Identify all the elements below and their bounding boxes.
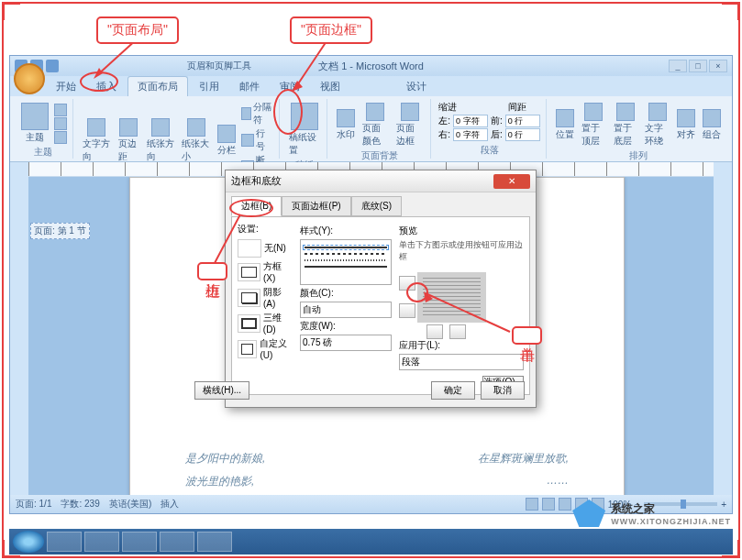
setting-none[interactable]: 无(N): [238, 239, 293, 258]
ribbon-tabs: 开始 插入 页面布局 引用 邮件 审阅 视图 设计: [10, 76, 732, 96]
setting-shadow[interactable]: 阴影(A): [238, 286, 293, 309]
cancel-button[interactable]: 取消: [481, 381, 525, 400]
page-borders-button[interactable]: 页面边框: [394, 101, 425, 149]
watermark-url: WWW.XITONGZHIJIA.NET: [611, 517, 731, 526]
view-web-icon[interactable]: [559, 498, 571, 511]
tab-page-layout[interactable]: 页面布局: [127, 76, 188, 96]
watermark-button[interactable]: 水印: [335, 107, 357, 143]
breaks-button[interactable]: 分隔符: [241, 101, 273, 126]
dialog-title-bar[interactable]: 边框和底纹 ✕: [226, 170, 536, 192]
hline-button[interactable]: 横线(H)...: [194, 381, 249, 400]
bring-front-button[interactable]: 置于顶层: [580, 101, 608, 149]
orientation-button[interactable]: 纸张方向: [145, 116, 177, 165]
apply-label: 应用于(L):: [399, 339, 524, 352]
view-full-icon[interactable]: [542, 498, 555, 511]
dialog-tab-page-border[interactable]: 页面边框(P): [282, 196, 350, 216]
group-gaozhi: 稿纸设置 稿纸: [282, 99, 327, 159]
width-select[interactable]: 0.75 磅: [300, 335, 392, 351]
columns-button[interactable]: 分栏: [216, 123, 238, 159]
group-paragraph: 缩进 间距 左:0 字符 前:0 行 右:0 字符 后:0 行 段落: [433, 99, 547, 159]
group-themes: 主题 主题: [14, 99, 73, 159]
setting-box[interactable]: 方框(X): [238, 260, 293, 283]
group-page-background: 水印 页面颜色 页面边框 页面背景: [329, 99, 432, 159]
send-back-button[interactable]: 置于底层: [612, 101, 640, 149]
close-button[interactable]: ×: [709, 60, 727, 72]
ok-button[interactable]: 确定: [431, 381, 475, 400]
theme-colors-icon[interactable]: [54, 104, 67, 116]
taskbar-item[interactable]: [197, 532, 232, 552]
setting-custom[interactable]: 自定义(U): [238, 337, 293, 360]
status-page[interactable]: 页面: 1/1: [16, 498, 51, 511]
gaozhi-button[interactable]: 稿纸设置: [287, 101, 320, 159]
text-wrap-button[interactable]: 文字环绕: [643, 101, 671, 149]
maximize-button[interactable]: □: [689, 60, 707, 72]
dialog-tab-shading[interactable]: 底纹(S): [351, 196, 402, 216]
text-direction-button[interactable]: 文字方向: [81, 116, 113, 165]
borders-dialog: 边框和底纹 ✕ 边框(B) 页面边框(P) 底纹(S) 设置: 无(N) 方框(…: [225, 170, 537, 408]
tab-design[interactable]: 设计: [397, 77, 436, 96]
theme-fonts-icon[interactable]: [54, 117, 67, 130]
minimize-button[interactable]: _: [669, 60, 687, 72]
tab-insert[interactable]: 插入: [87, 77, 126, 96]
preview-top-btn[interactable]: [399, 276, 415, 291]
status-mode[interactable]: 插入: [161, 498, 179, 511]
tab-references[interactable]: 引用: [190, 77, 228, 96]
section-info: 页面: 第 1 节: [30, 223, 90, 239]
taskbar-item[interactable]: [47, 532, 82, 552]
dialog-title: 边框和底纹: [231, 174, 282, 188]
ribbon: 主题 主题 文字方向 页边距 纸张方向 纸张大小 分栏 分隔符 行号 断字: [10, 96, 732, 162]
watermark-name: 系统之家: [611, 501, 731, 517]
group-arrange: 位置 置于顶层 置于底层 文字环绕 对齐 组合 排列: [548, 99, 728, 159]
doc-line: 是夕阳中的新娘,在星辉斑斓里放歌,: [185, 451, 569, 467]
preview-page: [417, 272, 486, 323]
status-lang[interactable]: 英语(美国): [109, 498, 152, 511]
indent-left-input[interactable]: 0 字符: [453, 115, 488, 127]
preview-left-btn[interactable]: [426, 324, 443, 339]
tab-view[interactable]: 视图: [311, 77, 349, 96]
spacing-after-input[interactable]: 0 行: [505, 128, 540, 141]
color-select[interactable]: 自动: [300, 302, 392, 318]
taskbar-item[interactable]: [84, 532, 119, 552]
group-button[interactable]: 组合: [701, 107, 723, 143]
group-label: 主题: [19, 146, 67, 159]
office-button[interactable]: [14, 63, 45, 94]
windows-taskbar[interactable]: [9, 529, 733, 555]
style-label: 样式(Y):: [300, 225, 392, 237]
tab-home[interactable]: 开始: [47, 77, 85, 96]
start-button[interactable]: [13, 531, 44, 553]
title-bar: 页眉和页脚工具 文档 1 - Microsoft Word _ □ ×: [10, 56, 732, 76]
annotation-click: 单击: [512, 326, 542, 345]
indent-label: 缩进: [438, 101, 457, 114]
preview-hint: 单击下方图示或使用按钮可应用边框: [399, 239, 524, 263]
dialog-close-button[interactable]: ✕: [493, 174, 530, 189]
taskbar-item[interactable]: [160, 532, 194, 552]
align-button[interactable]: 对齐: [675, 107, 697, 143]
line-numbers-button[interactable]: 行号: [241, 127, 273, 153]
indent-right-input[interactable]: 0 字符: [453, 128, 488, 141]
preview-bottom-btn[interactable]: [399, 303, 415, 318]
style-list[interactable]: [300, 239, 392, 285]
preview-right-btn[interactable]: [449, 324, 466, 339]
page-color-button[interactable]: 页面颜色: [360, 101, 391, 149]
contextual-tab-label: 页眉和页脚工具: [187, 60, 251, 72]
group-label: 页面背景: [335, 149, 426, 162]
redo-icon[interactable]: [46, 60, 59, 72]
status-words[interactable]: 字数: 239: [61, 498, 99, 511]
spacing-before-input[interactable]: 0 行: [505, 115, 540, 127]
annotation-page-layout: "页面布局": [96, 16, 179, 44]
position-button[interactable]: 位置: [554, 107, 576, 143]
view-print-icon[interactable]: [526, 498, 538, 511]
house-icon: [572, 500, 605, 527]
tab-mailings[interactable]: 邮件: [230, 77, 269, 96]
site-watermark: 系统之家 WWW.XITONGZHIJIA.NET: [572, 500, 731, 527]
themes-button[interactable]: 主题: [19, 101, 50, 146]
setting-3d[interactable]: 三维(D): [238, 312, 293, 335]
theme-effects-icon[interactable]: [54, 131, 67, 144]
tab-review[interactable]: 审阅: [271, 77, 309, 96]
preview-label: 预览: [399, 225, 524, 237]
apply-select[interactable]: 段落: [399, 354, 524, 370]
size-button[interactable]: 纸张大小: [180, 116, 212, 165]
taskbar-item[interactable]: [122, 532, 157, 552]
margins-button[interactable]: 页边距: [116, 116, 141, 165]
dialog-tab-border[interactable]: 边框(B): [231, 196, 282, 216]
